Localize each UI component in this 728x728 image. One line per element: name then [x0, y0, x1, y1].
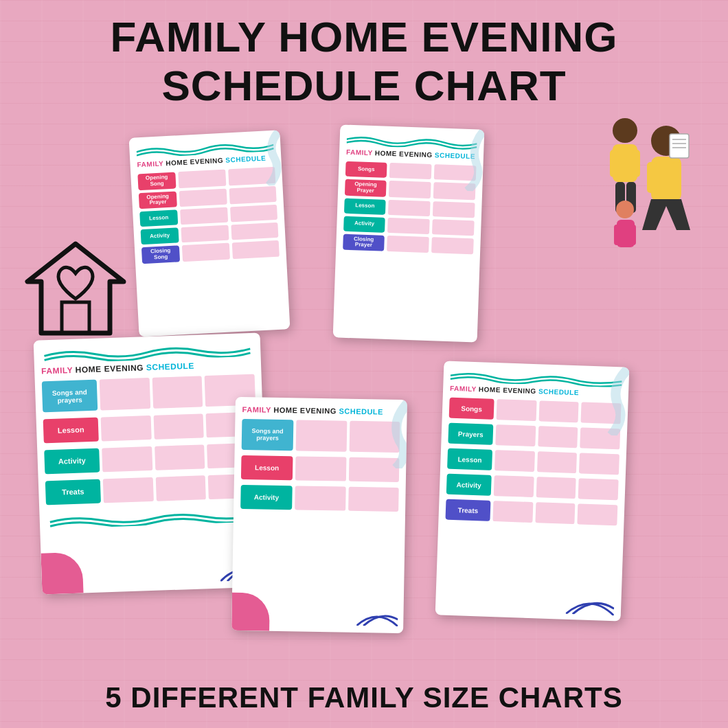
fill-line-2 — [537, 451, 578, 473]
label-closing-prayer: Closing Prayer — [343, 234, 385, 251]
fill-line — [388, 200, 431, 216]
fill-line-2 — [231, 223, 279, 240]
title-line2: SCHEDULE CHART — [0, 61, 728, 110]
label-activity: Activity — [141, 228, 179, 245]
splash-decoration — [245, 130, 282, 187]
fill-line-2 — [433, 201, 475, 218]
svg-rect-14 — [614, 225, 620, 245]
svg-rect-15 — [630, 225, 636, 245]
svg-rect-16 — [670, 134, 689, 158]
card-2: FAMILY HOME EVENING SCHEDULE Songs Openi… — [333, 124, 485, 342]
arc-deco-4 — [356, 595, 398, 626]
card-3-row-3: Activity — [44, 443, 258, 475]
label-lesson: Lesson — [43, 418, 99, 444]
card-2-row-4: Activity — [343, 216, 475, 236]
fill-line-2 — [431, 237, 474, 255]
label-activity: Activity — [446, 474, 492, 496]
card-2-row-5: Closing Prayer — [343, 234, 474, 254]
fill-line — [492, 501, 533, 523]
fill-line-2 — [152, 376, 203, 409]
fill-line — [387, 218, 430, 234]
label-treats: Treats — [445, 499, 490, 521]
title-line1: FAMILY HOME EVENING — [0, 12, 728, 61]
splash-decoration-2 — [448, 128, 484, 192]
fill-line-3 — [578, 503, 618, 525]
svg-rect-4 — [610, 150, 618, 177]
fill-line-2 — [155, 444, 205, 470]
fill-line — [179, 188, 227, 207]
label-activity: Activity — [44, 448, 100, 475]
card-5: FAMILY HOME EVENING SCHEDULE Songs Praye… — [435, 361, 630, 621]
house-icon — [21, 234, 130, 343]
fill-line — [102, 446, 152, 473]
fill-line-3 — [579, 453, 619, 475]
fill-line — [100, 378, 150, 411]
fill-line — [387, 236, 429, 253]
svg-rect-11 — [672, 162, 681, 193]
label-songs-prayers: Songs and prayers — [42, 380, 98, 413]
card-1: FAMILY HOME EVENING SCHEDULE Opening Son… — [129, 130, 291, 337]
svg-rect-5 — [632, 150, 640, 177]
fill-line-2 — [432, 219, 475, 236]
fill-line — [389, 163, 432, 179]
fill-line-2 — [536, 477, 576, 499]
family-illustration — [598, 110, 707, 261]
label-activity: Activity — [240, 485, 293, 510]
fill-line — [180, 207, 228, 225]
bottom-title: 5 DIFFERENT FAMILY SIZE CHARTS — [0, 681, 728, 714]
fill-line-2 — [155, 475, 206, 501]
fill-line — [181, 225, 229, 243]
card-1-row-5: Closing Song — [141, 240, 280, 264]
fill-line-2 — [538, 426, 578, 448]
label-opening-prayer: Opening Prayer — [139, 191, 177, 209]
arc-deco-5 — [566, 580, 615, 615]
label-lesson: Lesson — [344, 198, 386, 214]
fill-line-2 — [538, 400, 579, 422]
fill-line — [296, 420, 347, 451]
card-3-row-4: Treats — [45, 474, 259, 505]
card-5-row-5: Treats — [445, 499, 617, 526]
label-opening-prayer: Opening Prayer — [345, 179, 387, 197]
label-activity: Activity — [343, 216, 385, 232]
label-lesson: Lesson — [139, 210, 178, 227]
fill-line — [494, 475, 534, 497]
svg-point-12 — [616, 201, 634, 218]
label-treats: Treats — [45, 479, 101, 505]
fill-line-2 — [230, 205, 278, 223]
label-songs: Songs — [345, 161, 387, 178]
fill-line — [495, 424, 536, 446]
fill-line-2 — [535, 502, 576, 524]
fill-line — [178, 170, 226, 188]
card-3-row-1: Songs and prayers — [42, 374, 255, 413]
svg-marker-0 — [27, 244, 124, 333]
card-3-row-2: Lesson — [43, 412, 257, 444]
label-songs: Songs — [449, 398, 494, 420]
label-songs-prayers: Songs and prayers — [242, 419, 294, 451]
svg-rect-10 — [647, 162, 657, 193]
splash-deco-4 — [372, 399, 407, 468]
fill-line — [103, 477, 154, 503]
label-lesson: Lesson — [241, 455, 293, 480]
label-prayers: Prayers — [448, 423, 493, 445]
main-title: FAMILY HOME EVENING SCHEDULE CHART — [0, 12, 728, 111]
subtitle-text: 5 DIFFERENT FAMILY SIZE CHARTS — [105, 681, 622, 714]
fill-line — [494, 450, 535, 472]
card-5-row-4: Activity — [446, 474, 619, 501]
card-4: FAMILY HOME EVENING SCHEDULE Songs and p… — [231, 397, 407, 633]
svg-point-2 — [613, 118, 637, 143]
label-opening-song: Opening Song — [137, 172, 176, 190]
fill-line — [389, 181, 431, 198]
fill-line — [497, 399, 537, 421]
fill-line-3 — [578, 478, 619, 500]
card-2-row-3: Lesson — [344, 198, 475, 218]
fill-line — [182, 243, 230, 262]
fill-line — [295, 456, 346, 481]
fill-line — [295, 486, 345, 510]
fill-line-2 — [229, 185, 277, 204]
card-4-row-3: Activity — [240, 485, 399, 512]
svg-rect-1 — [62, 302, 89, 333]
label-closing-song: Closing Song — [141, 246, 180, 264]
fill-line-2 — [231, 240, 280, 259]
card-5-row-3: Lesson — [447, 448, 619, 475]
fill-line — [101, 416, 152, 442]
